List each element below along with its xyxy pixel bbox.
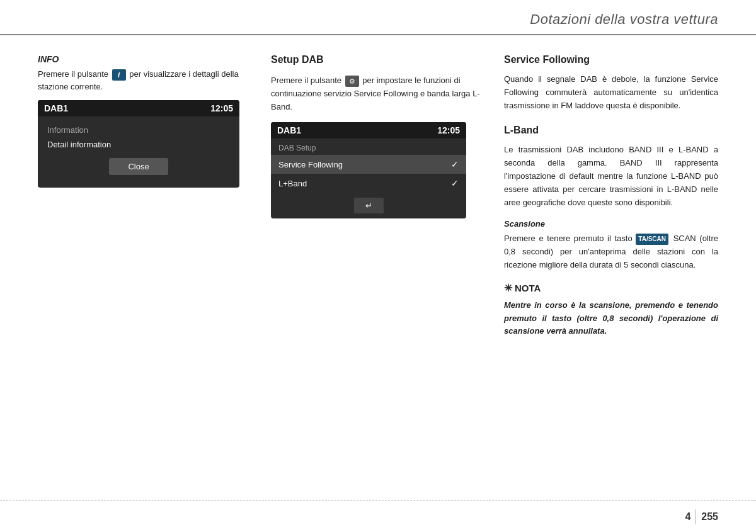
setup-text: Premere il pulsante ⚙ per impostare le f… <box>271 74 485 113</box>
dab2-row-service-following[interactable]: Service Following ✓ <box>271 155 466 174</box>
info-text: Premere il pulsante i per visualizzare i… <box>38 68 252 93</box>
col-setup-dab: Setup DAB Premere il pulsante ⚙ per impo… <box>265 54 498 473</box>
dab2-row-label-lband: L+Band <box>278 179 307 188</box>
col-right: Service Following Quando il segnale DAB … <box>498 54 718 473</box>
page-number: 4 255 <box>685 509 718 524</box>
scansione-text: Premere e tenere premuto il tasto TA/SCA… <box>504 232 718 271</box>
dab2-check-lband: ✓ <box>451 178 459 188</box>
col-info: INFO Premere il pulsante i per visualizz… <box>38 54 265 473</box>
dab2-footer: ↵ <box>271 193 466 218</box>
service-following-title: Service Following <box>504 54 718 65</box>
footer-divider <box>696 509 696 524</box>
setup-text-part1: Premere il pulsante <box>271 76 341 85</box>
info-label: INFO <box>38 54 252 64</box>
info-text-part1: Premere il pulsante <box>38 69 108 79</box>
dab1-time: 12:05 <box>210 103 233 113</box>
nota-star-icon: ✳ <box>504 282 512 294</box>
nota-section: ✳ NOTA Mentre in corso è la scansione, p… <box>504 282 718 338</box>
lband-title: L-Band <box>504 125 718 136</box>
dab-screen-2: DAB1 12:05 DAB Setup Service Following ✓… <box>271 122 466 218</box>
ta-scan-badge: TA/SCAN <box>636 234 668 245</box>
nota-text: Mentre in corso è la scansione, premendo… <box>504 299 718 338</box>
dab2-subtitle: DAB Setup <box>271 139 466 155</box>
dab2-topbar: DAB1 12:05 <box>271 122 466 139</box>
lband-text: Le trasmissioni DAB includono BAND III e… <box>504 144 718 209</box>
dab2-title: DAB1 <box>277 125 301 135</box>
dab2-back-button[interactable]: ↵ <box>354 198 384 213</box>
nota-title: ✳ NOTA <box>504 282 718 294</box>
dab2-check-service-following: ✓ <box>451 159 459 169</box>
dab-screen-1: DAB1 12:05 Information Detail informatio… <box>38 100 239 188</box>
dab1-topbar: DAB1 12:05 <box>38 100 239 116</box>
dab2-row-label-service-following: Service Following <box>278 160 343 169</box>
footer-page-num: 255 <box>699 511 718 523</box>
gear-icon: ⚙ <box>345 76 359 87</box>
scansione-label: Scansione <box>504 219 718 229</box>
dab2-time: 12:05 <box>437 125 460 135</box>
scansione-text-part1: Premere e tenere premuto il tasto <box>504 234 633 243</box>
service-following-text: Quando il segnale DAB è debole, la funzi… <box>504 73 718 112</box>
main-content: INFO Premere il pulsante i per visualizz… <box>0 35 756 485</box>
dab1-menu-information: Information <box>47 123 230 137</box>
page-footer: 4 255 <box>0 501 756 532</box>
dab1-close-button[interactable]: Close <box>109 158 168 175</box>
dab2-row-lband[interactable]: L+Band ✓ <box>271 174 466 193</box>
dab1-body: Information Detail information Close <box>38 116 239 188</box>
dab1-menu-detail: Detail information <box>47 137 230 152</box>
page-header-title: Dotazioni della vostra vettura <box>530 11 718 28</box>
dab1-title: DAB1 <box>44 103 68 113</box>
nota-title-text: NOTA <box>515 283 541 293</box>
setup-dab-title: Setup DAB <box>271 54 485 65</box>
info-icon: i <box>112 69 126 81</box>
footer-chapter: 4 <box>685 511 693 523</box>
page-header: Dotazioni della vostra vettura <box>0 0 756 35</box>
